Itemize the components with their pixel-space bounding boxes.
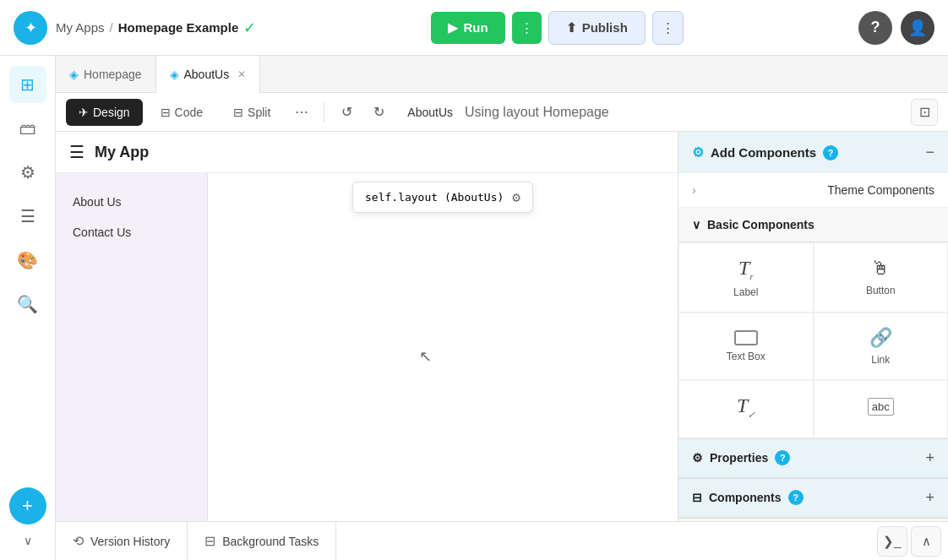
component-link[interactable]: 🔗 Link bbox=[814, 313, 949, 380]
version-history-icon: ⟲ bbox=[73, 533, 84, 549]
components-section-plus[interactable]: + bbox=[925, 489, 934, 507]
avatar-button[interactable]: 👤 bbox=[901, 11, 934, 45]
link-text: Link bbox=[871, 354, 890, 366]
layout-icon: ⊡ bbox=[919, 104, 930, 120]
terminal-button[interactable]: ❯_ bbox=[877, 526, 907, 557]
app-main[interactable]: self.layout (AboutUs) ⚙ ↖ bbox=[208, 173, 678, 521]
theme-components-label: Theme Components bbox=[827, 183, 934, 197]
terminal-icon: ❯_ bbox=[883, 534, 901, 549]
publish-button[interactable]: ⬆ Publish bbox=[548, 11, 646, 45]
run-more-icon: ⋮ bbox=[520, 20, 533, 35]
properties-section: ⚙ Properties ? + bbox=[678, 439, 948, 479]
chevron-up-button[interactable]: ∧ bbox=[911, 526, 941, 557]
split-button[interactable]: ⊟ Split bbox=[221, 99, 283, 126]
basic-components-collapse-icon: ∨ bbox=[692, 218, 700, 231]
sidebar-contact-us[interactable]: Contact Us bbox=[56, 217, 207, 247]
basic-components-left: ∨ Basic Components bbox=[692, 218, 815, 231]
theme-components-item[interactable]: › Theme Components bbox=[678, 173, 948, 208]
toolbar-path-name: AboutUs bbox=[407, 106, 453, 119]
add-components-collapse[interactable]: − bbox=[925, 144, 934, 161]
component-label[interactable]: Tr Label bbox=[678, 242, 814, 313]
hamburger-icon: ☰ bbox=[69, 142, 84, 162]
more1-icon: T↙ bbox=[737, 394, 755, 419]
publish-more-button[interactable]: ⋮ bbox=[652, 11, 684, 45]
add-components-badge: ? bbox=[823, 145, 838, 160]
theme-components-expand: › bbox=[692, 183, 696, 197]
component-more1[interactable]: T↙ bbox=[678, 380, 814, 438]
redo-button[interactable]: ↻ bbox=[365, 99, 392, 126]
redo-icon: ↻ bbox=[373, 104, 384, 120]
sidebar-icon-database[interactable]: 🗃 bbox=[9, 110, 46, 147]
component-more2[interactable]: abc bbox=[814, 380, 949, 438]
run-more-button[interactable]: ⋮ bbox=[512, 12, 542, 44]
background-tasks-label: Background Tasks bbox=[222, 535, 319, 548]
search-icon: 🔍 bbox=[17, 294, 38, 314]
components-section-badge: ? bbox=[788, 490, 804, 505]
tab-homepage-label: Homepage bbox=[84, 68, 142, 81]
components-header[interactable]: ⊟ Components ? + bbox=[678, 479, 948, 518]
logo[interactable]: ✦ bbox=[14, 11, 47, 45]
toolbar-path-detail: Using layout Homepage bbox=[465, 105, 609, 120]
add-icon: + bbox=[22, 495, 33, 517]
paint-icon: 🎨 bbox=[17, 250, 38, 270]
tab-aboutus[interactable]: ◈ AboutUs ✕ bbox=[156, 56, 261, 93]
component-button[interactable]: 🖱 Button bbox=[814, 242, 949, 313]
sidebar-chevron[interactable]: ∨ bbox=[9, 531, 46, 550]
code-button[interactable]: ⊟ Code bbox=[148, 99, 215, 126]
toolbar: ✈ Design ⊟ Code ⊟ Split ⋯ ↺ ↻ AboutUs Us bbox=[56, 93, 948, 132]
link-icon: 🔗 bbox=[869, 327, 892, 349]
sidebar-icon-settings[interactable]: ⚙ bbox=[9, 154, 46, 191]
properties-plus[interactable]: + bbox=[925, 449, 934, 467]
properties-header[interactable]: ⚙ Properties ? + bbox=[678, 439, 948, 478]
about-us-label: About Us bbox=[73, 195, 122, 209]
content-area: ◈ Homepage ◈ AboutUs ✕ ✈ Design ⊟ Code ⊟… bbox=[56, 56, 948, 560]
basic-components-header[interactable]: ∨ Basic Components bbox=[678, 208, 948, 242]
button-icon: 🖱 bbox=[871, 258, 890, 280]
add-components-help: ? bbox=[828, 148, 834, 158]
more2-icon: abc bbox=[868, 398, 894, 416]
textbox-text: Text Box bbox=[727, 351, 765, 362]
breadcrumb-app-name: Homepage Example bbox=[118, 20, 239, 35]
cursor-indicator: ↖ bbox=[419, 347, 432, 366]
sidebar-about-us[interactable]: About Us bbox=[56, 187, 207, 217]
toolbar-separator-1 bbox=[324, 102, 324, 122]
layout-toggle-button[interactable]: ⊡ bbox=[911, 99, 938, 126]
add-components-icon: ⚙ bbox=[692, 144, 704, 160]
breadcrumb: My Apps / Homepage Example ✓ bbox=[56, 19, 256, 37]
main-layout: ⊞ 🗃 ⚙ ☰ 🎨 🔍 + ∨ ◈ Homepage bbox=[0, 56, 948, 560]
undo-button[interactable]: ↺ bbox=[333, 99, 360, 126]
component-textbox[interactable]: Text Box bbox=[678, 313, 814, 380]
header-right: ? 👤 bbox=[858, 11, 934, 45]
right-panel: ⚙ Add Components ? − › Theme Components bbox=[678, 132, 948, 521]
run-icon: ▶ bbox=[448, 20, 458, 35]
app-sidebar: About Us Contact Us bbox=[56, 173, 208, 521]
cursor-symbol: ↖ bbox=[419, 348, 432, 365]
run-button[interactable]: ▶ Run bbox=[431, 12, 504, 44]
add-components-header[interactable]: ⚙ Add Components ? − bbox=[678, 132, 948, 173]
code-label: Code bbox=[175, 106, 203, 119]
tab-homepage[interactable]: ◈ Homepage bbox=[56, 56, 156, 93]
background-tasks-tab[interactable]: ⊟ Background Tasks bbox=[188, 522, 336, 561]
background-tasks-icon: ⊟ bbox=[204, 533, 215, 549]
contact-us-label: Contact Us bbox=[73, 226, 131, 239]
basic-components-title: Basic Components bbox=[707, 218, 815, 231]
list-icon: ☰ bbox=[20, 206, 35, 226]
header-left: ✦ My Apps / Homepage Example ✓ bbox=[14, 11, 256, 45]
chevron-icon: ∨ bbox=[24, 534, 32, 547]
tab-aboutus-close[interactable]: ✕ bbox=[237, 68, 246, 80]
design-button[interactable]: ✈ Design bbox=[66, 99, 143, 126]
sidebar-icon-paint[interactable]: 🎨 bbox=[9, 242, 46, 279]
sidebar-icon-grid[interactable]: ⊞ bbox=[9, 66, 46, 103]
publish-more-icon: ⋮ bbox=[662, 20, 674, 35]
version-history-tab[interactable]: ⟲ Version History bbox=[56, 522, 188, 561]
sidebar-icons: ⊞ 🗃 ⚙ ☰ 🎨 🔍 + ∨ bbox=[0, 56, 56, 560]
help-button[interactable]: ? bbox=[858, 11, 892, 45]
canvas-area[interactable]: ☰ My App About Us Contact Us bbox=[56, 132, 678, 521]
sidebar-add-button[interactable]: + bbox=[9, 487, 46, 525]
sidebar-icon-search[interactable]: 🔍 bbox=[9, 285, 46, 323]
more-options-button[interactable]: ⋯ bbox=[288, 99, 315, 126]
header-center: ▶ Run ⋮ ⬆ Publish ⋮ bbox=[431, 11, 683, 45]
breadcrumb-myapps[interactable]: My Apps bbox=[56, 20, 105, 35]
layout-tooltip-settings-icon[interactable]: ⚙ bbox=[512, 189, 520, 205]
sidebar-icon-list[interactable]: ☰ bbox=[9, 198, 46, 235]
